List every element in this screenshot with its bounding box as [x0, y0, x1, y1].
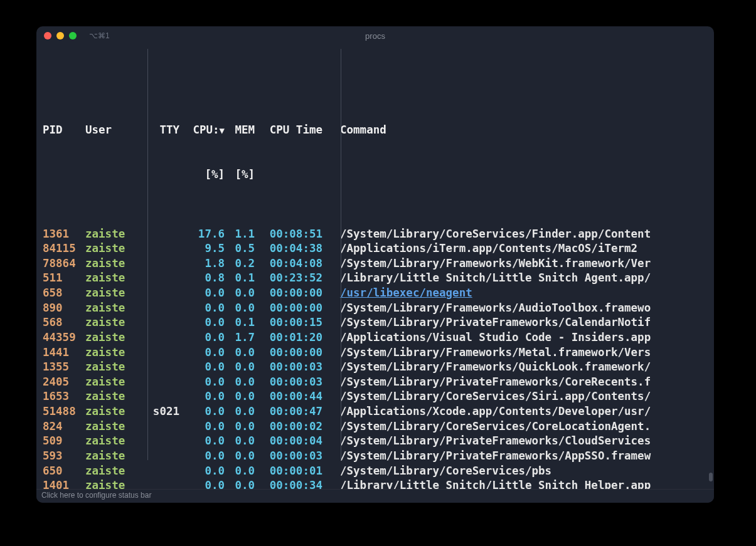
cell-tty [142, 478, 179, 489]
cell-cpu: 0.0 [179, 360, 225, 375]
cell-time: 00:01:20 [255, 330, 322, 345]
cell-mem: 0.5 [225, 241, 255, 256]
tab-shortcut-label: ⌥⌘1 [89, 31, 110, 40]
table-row[interactable]: 1441zaiste0.00.000:00:00/System/Library/… [43, 345, 708, 360]
column-separator [147, 49, 148, 460]
cell-cpu: 0.0 [179, 434, 225, 449]
cell-pid: 1401 [43, 478, 85, 489]
cell-user: zaiste [85, 330, 142, 345]
table-header-row: PID User TTY CPU:▼ MEM CPU Time Command [43, 123, 708, 138]
table-row[interactable]: 1401zaiste0.00.000:00:34/Library/Little … [43, 478, 708, 489]
cell-mem: 1.7 [225, 330, 255, 345]
table-row[interactable]: 509zaiste0.00.000:00:04/System/Library/P… [43, 434, 708, 449]
cell-cmd: /System/Library/Frameworks/Metal.framewo… [322, 345, 708, 360]
cell-mem: 0.0 [225, 434, 255, 449]
titlebar[interactable]: ⌥⌘1 procs [36, 26, 714, 45]
cell-pid: 593 [43, 449, 85, 464]
table-row[interactable]: 1653zaiste0.00.000:00:44/System/Library/… [43, 389, 708, 404]
cell-cmd: /System/Library/CoreServices/pbs [322, 464, 708, 479]
cell-cpu: 0.0 [179, 419, 225, 434]
cell-time: 00:00:03 [255, 360, 322, 375]
cell-time: 00:00:02 [255, 419, 322, 434]
cell-cmd[interactable]: /usr/libexec/neagent [322, 286, 708, 301]
cell-cpu: 0.0 [179, 449, 225, 464]
zoom-icon[interactable] [69, 32, 77, 39]
cell-pid: 650 [43, 464, 85, 479]
cell-cpu: 0.0 [179, 478, 225, 489]
cell-pid: 51488 [43, 404, 85, 419]
cell-cpu: 17.6 [179, 227, 225, 242]
header-time[interactable]: CPU Time [255, 123, 322, 138]
header-mem[interactable]: MEM [225, 123, 255, 138]
cell-user: zaiste [85, 449, 142, 464]
scrollbar[interactable] [709, 473, 713, 481]
table-row[interactable]: 568zaiste0.00.100:00:15/System/Library/P… [43, 315, 708, 330]
table-row[interactable]: 1355zaiste0.00.000:00:03/System/Library/… [43, 360, 708, 375]
table-row[interactable]: 1361zaiste17.61.100:08:51/System/Library… [43, 227, 708, 242]
cell-pid: 1441 [43, 345, 85, 360]
cell-cpu: 9.5 [179, 241, 225, 256]
table-row[interactable]: 44359zaiste0.01.700:01:20/Applications/V… [43, 330, 708, 345]
cell-cmd: /System/Library/CoreServices/Finder.app/… [322, 227, 708, 242]
cell-time: 00:04:08 [255, 256, 322, 271]
cell-cpu: 0.0 [179, 330, 225, 345]
cell-mem: 0.0 [225, 404, 255, 419]
cell-pid: 1361 [43, 227, 85, 242]
table-row[interactable]: 2405zaiste0.00.000:00:03/System/Library/… [43, 375, 708, 390]
window-title: procs [365, 31, 385, 41]
cell-user: zaiste [85, 227, 142, 242]
header-pid[interactable]: PID [43, 123, 85, 138]
cell-mem: 0.0 [225, 286, 255, 301]
cell-cmd: /System/Library/PrivateFrameworks/CoreRe… [322, 375, 708, 390]
header-cpu[interactable]: CPU:▼ [179, 123, 225, 138]
cell-pid: 824 [43, 419, 85, 434]
status-bar[interactable]: Click here to configure status bar [36, 489, 714, 503]
cell-pid: 84115 [43, 241, 85, 256]
table-row[interactable]: 511zaiste0.80.100:23:52/Library/Little S… [43, 271, 708, 286]
cell-time: 00:00:47 [255, 404, 322, 419]
table-row[interactable]: 593zaiste0.00.000:00:03/System/Library/P… [43, 449, 708, 464]
cell-cpu: 0.0 [179, 301, 225, 316]
table-row[interactable]: 84115zaiste9.50.500:04:38/Applications/i… [43, 241, 708, 256]
header-user[interactable]: User [85, 123, 142, 138]
cell-pid: 44359 [43, 330, 85, 345]
cell-cmd: /Library/Little Snitch/Little Snitch Hel… [322, 478, 708, 489]
header-command[interactable]: Command [322, 123, 708, 138]
cell-mem: 0.0 [225, 478, 255, 489]
cell-user: zaiste [85, 360, 142, 375]
cell-user: zaiste [85, 286, 142, 301]
cell-pid: 78864 [43, 256, 85, 271]
cell-pid: 890 [43, 301, 85, 316]
cell-mem: 0.1 [225, 271, 255, 286]
column-separator [341, 49, 341, 460]
minimize-icon[interactable] [56, 32, 64, 39]
cell-user: zaiste [85, 464, 142, 479]
header-cpu-label: CPU: [193, 123, 219, 136]
cell-cpu: 0.0 [179, 404, 225, 419]
cell-cmd: /Library/Little Snitch/Little Snitch Age… [322, 271, 708, 286]
cell-cpu: 0.8 [179, 271, 225, 286]
cell-mem: 0.0 [225, 345, 255, 360]
table-row[interactable]: 658zaiste0.00.000:00:00/usr/libexec/neag… [43, 286, 708, 301]
cell-time: 00:23:52 [255, 271, 322, 286]
cell-cpu: 0.0 [179, 286, 225, 301]
table-row[interactable]: 51488zaistes0210.00.000:00:47/Applicatio… [43, 404, 708, 419]
cell-time: 00:00:34 [255, 478, 322, 489]
cell-time: 00:00:01 [255, 464, 322, 479]
table-row[interactable]: 78864zaiste1.80.200:04:08/System/Library… [43, 256, 708, 271]
cell-user: zaiste [85, 404, 142, 419]
traffic-lights [44, 32, 77, 39]
table-row[interactable]: 890zaiste0.00.000:00:00/System/Library/F… [43, 301, 708, 316]
cell-mem: 0.0 [225, 419, 255, 434]
cell-mem: 0.0 [225, 360, 255, 375]
terminal-content[interactable]: PID User TTY CPU:▼ MEM CPU Time Command … [36, 45, 714, 489]
cell-mem: 1.1 [225, 227, 255, 242]
cell-cmd: /System/Library/CoreServices/CoreLocatio… [322, 419, 708, 434]
cell-cpu: 1.8 [179, 256, 225, 271]
cell-cpu: 0.0 [179, 389, 225, 404]
table-row[interactable]: 650zaiste0.00.000:00:01/System/Library/C… [43, 464, 708, 479]
cell-mem: 0.1 [225, 315, 255, 330]
table-row[interactable]: 824zaiste0.00.000:00:02/System/Library/C… [43, 419, 708, 434]
close-icon[interactable] [44, 32, 51, 39]
cell-mem: 0.0 [225, 464, 255, 479]
